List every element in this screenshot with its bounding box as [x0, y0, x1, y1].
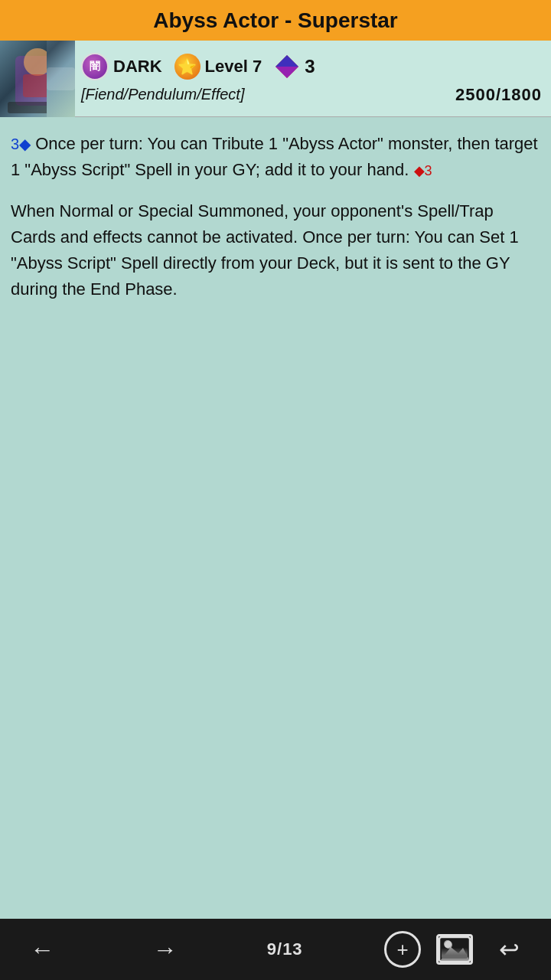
pendulum-effect-text: Once per turn: You can Tribute 1 "Abyss … [11, 134, 538, 179]
attribute-label: DARK [113, 57, 162, 77]
page-header: Abyss Actor - Superstar [0, 0, 551, 41]
forward-button[interactable]: → [144, 929, 185, 970]
gallery-button[interactable] [436, 934, 473, 965]
svg-rect-8 [439, 937, 470, 962]
scale-value: 3 [305, 56, 315, 77]
attribute-group: 闇 DARK [81, 53, 162, 80]
pendulum-scale-start: 3◆ [11, 136, 31, 152]
card-title: Abyss Actor - Superstar [153, 8, 398, 33]
card-image [0, 41, 75, 117]
svg-marker-6 [276, 55, 298, 67]
svg-rect-4 [8, 102, 47, 113]
card-attributes-row: 闇 DARK ⭐ Level 7 3 [81, 53, 545, 80]
attribute-kanji: 闇 [90, 61, 100, 72]
pendulum-scale-icon [274, 54, 300, 80]
card-art [0, 41, 75, 117]
card-type-row: [Fiend/Pendulum/Effect] 2500/1800 [81, 85, 545, 105]
level-group: ⭐ Level 7 [174, 54, 262, 80]
atk-def-value: 2500/1800 [455, 85, 542, 105]
add-icon: + [396, 938, 408, 962]
card-effect-text: 3◆ Once per turn: You can Tribute 1 "Aby… [0, 117, 551, 317]
card-details: 闇 DARK ⭐ Level 7 3 [75, 41, 551, 116]
pendulum-scale-end: ◆3 [414, 163, 432, 178]
scale-group: 3 [274, 54, 315, 80]
svg-marker-10 [440, 947, 470, 961]
return-button[interactable]: ↩ [488, 929, 530, 970]
svg-marker-7 [276, 67, 298, 78]
svg-rect-3 [23, 74, 47, 97]
bottom-nav-bar: ← → 9/13 + ↩ [0, 919, 551, 980]
card-info-row: 闇 DARK ⭐ Level 7 3 [0, 41, 551, 117]
attribute-badge: 闇 [81, 53, 109, 80]
monster-effect-paragraph: When Normal or Special Summoned, your op… [11, 198, 540, 302]
svg-point-9 [444, 940, 452, 948]
back-arrow-icon: ← [30, 936, 54, 964]
nav-right-group: + ↩ [384, 929, 530, 970]
page-indicator: 9/13 [267, 939, 303, 959]
card-type-label: [Fiend/Pendulum/Effect] [81, 86, 244, 103]
forward-arrow-icon: → [152, 936, 177, 964]
back-button[interactable]: ← [21, 929, 63, 970]
level-icon: ⭐ [174, 54, 201, 80]
pendulum-effect-paragraph: 3◆ Once per turn: You can Tribute 1 "Aby… [11, 131, 540, 183]
return-icon: ↩ [499, 935, 520, 964]
add-button[interactable]: + [384, 931, 421, 968]
level-label: Level 7 [205, 57, 262, 77]
